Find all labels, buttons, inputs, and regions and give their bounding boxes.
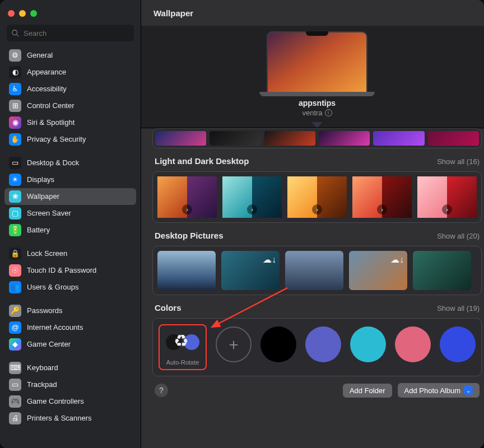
sidebar-item-displays[interactable]: ☀︎Displays — [4, 171, 136, 188]
light-dark-row: ››››› — [152, 171, 482, 223]
wallpaper-thumb[interactable]: › — [287, 176, 347, 218]
internet-accounts-icon: @ — [9, 321, 21, 334]
zoom-icon[interactable] — [30, 10, 37, 17]
sidebar-item-label: Trackpad — [27, 380, 57, 389]
color-swatches — [260, 324, 476, 362]
sidebar-item-touch-id-password[interactable]: ☉Touch ID & Password — [4, 262, 136, 279]
sidebar-item-desktop-dock[interactable]: ▭Desktop & Dock — [4, 155, 136, 171]
show-all-link[interactable]: Show all (20) — [437, 232, 480, 240]
siri-spotlight-icon: ◉ — [9, 116, 21, 129]
colors-row: ♻︎ Auto-Rotate ＋ — [152, 318, 482, 376]
lock-screen-icon: 🔒 — [9, 248, 21, 260]
chevron-right-icon: › — [247, 204, 257, 214]
trackpad-icon: ▭ — [9, 379, 21, 391]
section-title: Light and Dark Desktop — [155, 156, 249, 166]
appearance-icon: ◐ — [9, 66, 21, 78]
control-center-icon: ⊞ — [9, 100, 21, 112]
show-all-link[interactable]: Show all (16) — [437, 157, 480, 166]
wallpaper-name: appsntips — [141, 99, 484, 108]
sidebar-item-screen-saver[interactable]: ▢Screen Saver — [4, 205, 136, 222]
sidebar-item-accessibility[interactable]: ♿︎Accessibility — [4, 81, 136, 97]
content-scroll: Light and Dark Desktop Show all (16) ›››… — [141, 128, 484, 448]
dynamic-thumb[interactable] — [428, 131, 479, 146]
auto-rotate-label: Auto-Rotate — [163, 359, 202, 366]
sidebar-item-general[interactable]: ⚙︎General — [4, 47, 136, 64]
sidebar-item-appearance[interactable]: ◐Appearance — [4, 64, 136, 81]
color-swatch[interactable] — [350, 326, 386, 362]
sidebar-item-label: Battery — [27, 226, 50, 235]
chevron-right-icon: › — [312, 204, 322, 214]
sidebar-item-label: Printers & Scanners — [27, 414, 92, 423]
sidebar-item-label: Accessibility — [27, 85, 67, 94]
close-icon[interactable] — [8, 10, 15, 17]
dynamic-thumb[interactable] — [373, 131, 424, 146]
sidebar-item-keyboard[interactable]: ⌨︎Keyboard — [4, 360, 136, 376]
laptop-preview-icon — [267, 31, 367, 93]
sidebar-item-trackpad[interactable]: ▭Trackpad — [4, 376, 136, 393]
sidebar-item-label: Game Controllers — [27, 397, 84, 406]
sidebar-item-users-groups[interactable]: 👥Users & Groups — [4, 279, 136, 296]
sidebar-item-label: Keyboard — [27, 363, 58, 372]
dynamic-thumb[interactable] — [155, 131, 206, 146]
sidebar-item-passwords[interactable]: 🔑Passwords — [4, 302, 136, 319]
sidebar-item-printers-scanners[interactable]: 🖨Printers & Scanners — [4, 410, 136, 427]
dynamic-thumb[interactable] — [264, 131, 315, 146]
wallpaper-thumb[interactable]: › — [352, 176, 412, 218]
sidebar-item-label: General — [27, 51, 53, 60]
help-button[interactable]: ? — [155, 384, 168, 397]
wallpaper-thumb[interactable]: ☁︎↓ — [349, 251, 407, 290]
wallpaper-thumb[interactable]: ☁︎↓ — [221, 251, 280, 290]
section-title: Desktop Pictures — [155, 231, 224, 240]
show-all-link[interactable]: Show all (19) — [437, 304, 480, 312]
wallpaper-thumb[interactable] — [157, 251, 216, 290]
sidebar-item-wallpaper[interactable]: ❀Wallpaper — [4, 188, 136, 205]
wallpaper-thumb[interactable]: › — [417, 176, 477, 218]
sidebar-item-label: Control Center — [27, 101, 75, 110]
sidebar-item-privacy-security[interactable]: ✋Privacy & Security — [4, 131, 136, 148]
color-swatch[interactable] — [395, 326, 431, 362]
sidebar-item-game-center[interactable]: ◆Game Center — [4, 336, 136, 353]
sidebar-item-battery[interactable]: 🔋Battery — [4, 222, 136, 239]
info-icon[interactable]: i — [325, 109, 332, 116]
sidebar-item-label: Internet Accounts — [27, 323, 83, 332]
dynamic-thumb[interactable] — [210, 131, 260, 146]
sidebar-item-siri-spotlight[interactable]: ◉Siri & Spotlight — [4, 114, 136, 131]
sidebar-item-game-controllers[interactable]: 🎮Game Controllers — [4, 393, 136, 410]
sidebar-item-internet-accounts[interactable]: @Internet Accounts — [4, 319, 136, 336]
add-photo-album-button[interactable]: Add Photo Album ⌄ — [398, 383, 480, 398]
displays-icon: ☀︎ — [9, 174, 21, 186]
dynamic-thumb[interactable] — [319, 131, 370, 146]
wallpaper-thumb[interactable]: › — [157, 176, 217, 218]
wallpaper-thumb[interactable] — [285, 251, 343, 290]
sidebar-item-label: Game Center — [27, 340, 71, 349]
minimize-icon[interactable] — [19, 10, 26, 17]
sidebar-item-lock-screen[interactable]: 🔒Lock Screen — [4, 245, 136, 262]
search-input[interactable] — [22, 29, 129, 38]
color-swatch[interactable] — [440, 326, 476, 362]
desktop-dock-icon: ▭ — [9, 157, 21, 169]
sidebar-item-label: Touch ID & Password — [27, 266, 96, 275]
add-color-button[interactable]: ＋ — [216, 326, 252, 362]
privacy-security-icon: ✋ — [9, 133, 21, 146]
settings-window: ⚙︎General◐Appearance♿︎Accessibility⊞Cont… — [0, 0, 484, 448]
section-head-light-dark: Light and Dark Desktop Show all (16) — [155, 156, 480, 166]
wallpaper-thumb[interactable]: › — [222, 176, 282, 218]
sidebar-item-label: Lock Screen — [27, 249, 67, 258]
sidebar-item-control-center[interactable]: ⊞Control Center — [4, 97, 136, 114]
add-folder-button[interactable]: Add Folder — [343, 384, 392, 398]
sidebar-item-label: Users & Groups — [27, 283, 78, 292]
download-icon: ☁︎↓ — [390, 254, 404, 265]
sidebar-item-label: Wallpaper — [27, 192, 59, 201]
wallpaper-thumb[interactable] — [413, 251, 471, 290]
passwords-icon: 🔑 — [9, 305, 21, 317]
section-head-colors: Colors Show all (19) — [155, 303, 480, 312]
search-field[interactable] — [7, 25, 134, 41]
color-swatch[interactable] — [305, 326, 341, 362]
chevron-down-icon[interactable]: ⌄ — [464, 386, 473, 395]
sidebar: ⚙︎General◐Appearance♿︎Accessibility⊞Cont… — [0, 0, 141, 448]
auto-rotate-button[interactable]: ♻︎ Auto-Rotate — [159, 324, 207, 370]
chevron-right-icon: › — [377, 204, 387, 214]
general-icon: ⚙︎ — [9, 49, 21, 62]
color-swatch[interactable] — [260, 326, 296, 362]
wallpaper-subtitle[interactable]: ventra i — [302, 109, 332, 117]
